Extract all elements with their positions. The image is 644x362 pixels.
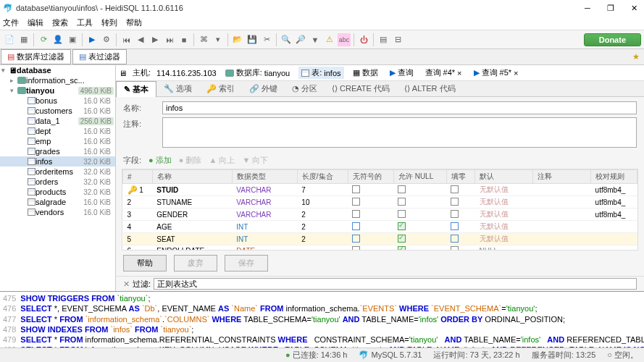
tree-database[interactable]: ▾tianyou496.0 KiB: [0, 85, 115, 96]
grid-icon[interactable]: ▦: [17, 33, 30, 46]
tree-table[interactable]: orders32.0 KiB: [0, 177, 115, 187]
save-icon[interactable]: 💾: [246, 33, 259, 46]
col-null[interactable]: 允许 NULL: [393, 170, 446, 184]
menu-help[interactable]: 帮助: [126, 17, 142, 28]
query4-tab[interactable]: 查询 #4* ×: [422, 67, 465, 79]
col-collation[interactable]: 校对规则: [591, 170, 637, 184]
col-type[interactable]: 数据类型: [232, 170, 297, 184]
move-up-button[interactable]: ▲ 向上: [209, 155, 235, 166]
tab-alter[interactable]: ⟨⟩ ALTER 代码: [397, 81, 463, 96]
zoom-icon[interactable]: 🔎: [294, 33, 307, 46]
db-tree[interactable]: ▾🖥 database ▸information_sc...▾tianyou49…: [0, 65, 116, 291]
close-button[interactable]: ✕: [627, 4, 641, 13]
folder-icon[interactable]: ▣: [66, 33, 79, 46]
field-row[interactable]: 2STUNAMEVARCHAR10无默认值utf8mb4_: [123, 196, 637, 209]
field-row[interactable]: 5SEATINT2无默认值: [123, 233, 637, 245]
remove-field-button[interactable]: ● 删除: [179, 155, 202, 166]
nav-first-icon[interactable]: ⏮: [120, 33, 133, 46]
table-tab[interactable]: 表:infos: [298, 67, 343, 79]
tree-table[interactable]: dept16.0 KiB: [0, 126, 115, 136]
tree-database[interactable]: ▸information_sc...: [0, 75, 115, 85]
table-icon: [301, 70, 309, 77]
database-tab[interactable]: 数据库:tianyou: [222, 67, 293, 79]
dropdown-icon[interactable]: ▾: [212, 33, 225, 46]
maximize-button[interactable]: ❐: [603, 4, 618, 13]
user-icon[interactable]: 👤: [51, 33, 64, 46]
minimize-button[interactable]: ─: [580, 4, 595, 13]
field-row[interactable]: 4AGEINT2无默认值: [123, 221, 637, 233]
menu-file[interactable]: 文件: [3, 17, 19, 28]
add-field-button[interactable]: ● 添加: [149, 155, 172, 166]
refresh-icon[interactable]: ⟳: [37, 33, 50, 46]
tree-table[interactable]: bonus16.0 KiB: [0, 96, 115, 106]
nav-prev-icon[interactable]: ◀: [134, 33, 147, 46]
tree-table[interactable]: salgrade16.0 KiB: [0, 197, 115, 207]
tree-table[interactable]: data_1256.0 KiB: [0, 116, 115, 126]
name-input[interactable]: [162, 101, 637, 114]
close-filter-icon[interactable]: ✕: [123, 279, 130, 289]
filter-icon[interactable]: ▼: [309, 33, 322, 46]
code-icon[interactable]: ⌘: [197, 33, 210, 46]
col-comment[interactable]: 注释: [533, 170, 591, 184]
col-num[interactable]: #: [123, 170, 153, 184]
stop-icon[interactable]: ■: [177, 33, 191, 46]
var-icon[interactable]: abc: [338, 33, 351, 46]
col-default[interactable]: 默认: [475, 170, 533, 184]
menu-tools[interactable]: 工具: [77, 17, 93, 28]
misc-icon[interactable]: ▤: [377, 33, 390, 46]
menu-edit[interactable]: 编辑: [28, 17, 43, 28]
field-row[interactable]: 6ENROLLDATEDATENULL: [123, 245, 637, 251]
tree-table[interactable]: emp16.0 KiB: [0, 136, 115, 146]
table-filter-tab[interactable]: ▤表过滤器: [72, 49, 127, 64]
new-icon[interactable]: 📄: [3, 33, 16, 46]
cut-icon[interactable]: ✂: [260, 33, 273, 46]
separator: [116, 33, 117, 46]
exit-icon[interactable]: ⏻: [357, 33, 370, 46]
nav-last-icon[interactable]: ⏭: [163, 33, 176, 46]
query-tab[interactable]: ▶查询: [387, 67, 417, 79]
tab-fk[interactable]: 🔗 外键: [242, 81, 285, 96]
menu-search[interactable]: 搜索: [52, 17, 68, 28]
donate-button[interactable]: Donate: [584, 33, 641, 46]
tree-root[interactable]: ▾🖥 database: [0, 65, 115, 75]
menu-goto[interactable]: 转到: [101, 17, 117, 28]
col-unsigned[interactable]: 无符号的: [348, 170, 393, 184]
tab-partition[interactable]: ◔ 分区: [285, 81, 325, 96]
filter-input[interactable]: [154, 278, 637, 290]
tab-create[interactable]: ⟨⟩ CREATE 代码: [325, 81, 397, 96]
app-icon: 🐬: [3, 4, 13, 13]
comment-input[interactable]: [162, 117, 637, 148]
status-connected: 已连接: 14:36 h: [293, 350, 348, 359]
tree-table[interactable]: vendors16.0 KiB: [0, 207, 115, 217]
field-row[interactable]: 3GENDERVARCHAR2无默认值utf8mb4_: [123, 209, 637, 221]
open-icon[interactable]: 📂: [231, 33, 244, 46]
search-icon[interactable]: 🔍: [280, 33, 293, 46]
db-filter-tab[interactable]: ▤数据库过滤器: [1, 49, 71, 64]
favorite-icon[interactable]: ★: [628, 51, 644, 63]
tree-table[interactable]: orderitems32.0 KiB: [0, 167, 115, 177]
settings-icon[interactable]: ⚙: [100, 33, 113, 46]
tree-table[interactable]: customers16.0 KiB: [0, 106, 115, 116]
tab-index[interactable]: 🔑 索引: [199, 81, 242, 96]
tree-table[interactable]: grades16.0 KiB: [0, 146, 115, 156]
query5-tab[interactable]: ▶查询 #5* ×: [471, 67, 522, 79]
help-button[interactable]: 帮助: [123, 255, 167, 272]
warning-icon[interactable]: ⚠: [323, 33, 336, 46]
discard-button[interactable]: 废弃: [174, 255, 217, 272]
fields-grid[interactable]: # 名称 数据类型 长度/集合 无符号的 允许 NULL 填零 默认 注释 校对…: [122, 169, 638, 251]
col-name[interactable]: 名称: [152, 170, 232, 184]
field-row[interactable]: 🔑 1STUIDVARCHAR7无默认值utf8mb4_: [123, 184, 637, 196]
tree-table[interactable]: infos32.0 KiB: [0, 156, 115, 167]
sql-log[interactable]: 475 476 477 478 479 480 481 SHOW TRIGGER…: [0, 291, 644, 348]
save-button[interactable]: 保存: [225, 255, 268, 272]
nav-next-icon[interactable]: ▶: [149, 33, 162, 46]
tree-table[interactable]: products32.0 KiB: [0, 187, 115, 197]
col-len[interactable]: 长度/集合: [297, 170, 348, 184]
play-icon[interactable]: ▶: [85, 33, 99, 46]
collapse-icon[interactable]: ⊟: [391, 33, 404, 46]
tab-options[interactable]: 🔧 选项: [156, 81, 199, 96]
col-zero[interactable]: 填零: [446, 170, 474, 184]
tab-basic[interactable]: ✎ 基本: [116, 81, 156, 97]
data-tab[interactable]: ▦ 数据: [350, 67, 381, 79]
move-down-button[interactable]: ▼ 向下: [242, 155, 268, 166]
